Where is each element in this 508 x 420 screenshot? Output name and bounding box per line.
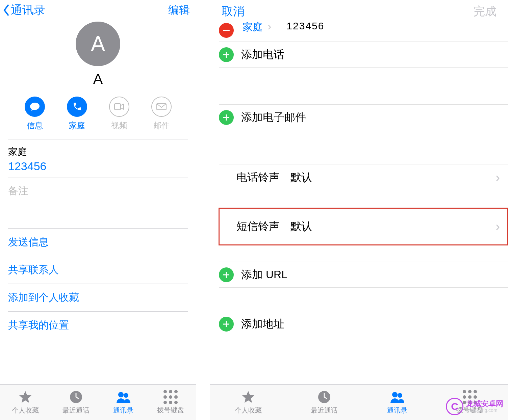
keypad-icon [163,390,178,404]
mail-label: 邮件 [153,120,170,131]
cancel-button[interactable]: 取消 [222,4,245,19]
texttone-key: 短信铃声 [236,219,290,234]
tab-favorites-label: 个人收藏 [235,406,262,415]
watermark-brand: 龙城安卓网 [466,400,503,408]
mail-action[interactable]: 邮件 [151,97,172,131]
svg-point-3 [118,392,124,397]
notes-placeholder[interactable]: 备注 [8,178,188,228]
message-icon [25,97,45,117]
clock-icon [317,390,332,404]
tab-recents-label: 最近通话 [311,406,338,415]
star-icon [18,390,33,404]
clock-icon [69,390,83,404]
share-contact-link[interactable]: 共享联系人 [8,256,188,284]
svg-point-6 [392,392,398,397]
left-navbar: 通讯录 编辑 [0,0,196,20]
call-action[interactable]: 家庭 [67,97,87,131]
call-label: 家庭 [69,120,85,131]
send-message-link[interactable]: 发送信息 [8,228,188,256]
add-favorite-link[interactable]: 添加到个人收藏 [8,284,188,311]
chevron-right-icon: › [496,219,500,234]
contact-edit-screen: 取消 完成 家庭 › 123456 添加电话 添加电子邮件 [210,0,508,420]
existing-phone-row[interactable]: 家庭 › 123456 [219,23,508,42]
add-url-row[interactable]: 添加 URL [219,262,508,288]
message-label: 信息 [27,120,43,131]
add-phone-label: 添加电话 [241,47,284,62]
tab-recents[interactable]: 最近通话 [62,390,90,415]
texttone-value: 默认 [290,219,312,234]
add-phone-row[interactable]: 添加电话 [219,42,508,68]
star-icon [241,390,256,404]
svg-point-4 [124,393,128,398]
tab-keypad-label: 拨号键盘 [157,405,184,415]
svg-point-7 [398,393,402,398]
plus-icon [219,110,234,125]
add-email-row[interactable]: 添加电子邮件 [219,105,508,130]
chevron-right-icon: › [496,170,500,185]
avatar: A [76,22,120,66]
tab-recents[interactable]: 最近通话 [311,390,338,415]
back-button[interactable]: 通讯录 [2,2,45,18]
ringtone-row[interactable]: 电话铃声 默认 › [219,164,508,191]
contact-detail-screen: 通讯录 编辑 A A 信息 家庭 [0,0,197,420]
tab-contacts[interactable]: 通讯录 [113,390,133,415]
watermark: C 龙城安卓网 www.lcjrlg.com [446,398,503,415]
tab-favorites-label: 个人收藏 [12,406,39,415]
video-label: 视频 [111,120,127,131]
phone-type-label: 家庭 [8,139,188,158]
quick-actions: 信息 家庭 视频 邮件 [0,87,196,139]
tab-recents-label: 最近通话 [62,406,90,415]
phone-section: 家庭 123456 备注 发送信息 共享联系人 添加到个人收藏 共享我的位置 [0,139,196,339]
message-action[interactable]: 信息 [25,97,45,131]
ringtone-value: 默认 [290,170,312,185]
chevron-left-icon [2,3,11,17]
plus-icon [219,317,234,332]
tab-keypad[interactable]: 拨号键盘 [157,390,184,415]
chevron-right-icon: › [268,20,271,33]
edit-button[interactable]: 编辑 [168,3,190,18]
edit-body: 家庭 › 123456 添加电话 添加电子邮件 电话铃声 默认 › [210,23,508,337]
watermark-logo-icon: C [446,398,463,415]
ringtone-key: 电话铃声 [236,170,290,185]
tab-contacts-label: 通讯录 [113,406,133,415]
tab-contacts-label: 通讯录 [387,406,407,415]
video-icon [109,97,129,117]
mail-icon [151,97,172,117]
add-address-row[interactable]: 添加地址 [219,311,508,337]
done-button[interactable]: 完成 [474,4,497,19]
tab-contacts[interactable]: 通讯录 [387,390,407,415]
plus-icon [219,267,234,282]
add-url-label: 添加 URL [241,267,287,282]
right-navbar: 取消 完成 [210,0,508,23]
contact-header: A A [0,20,196,87]
contacts-icon [116,390,131,404]
phone-number-field[interactable]: 123456 [286,20,324,32]
back-label: 通讯录 [11,2,45,18]
phone-number[interactable]: 123456 [8,160,188,178]
tab-favorites[interactable]: 个人收藏 [12,390,39,415]
video-action[interactable]: 视频 [109,97,129,131]
left-tabbar: 个人收藏 最近通话 通讯录 拨号键盘 [0,384,196,420]
contact-name: A [0,71,196,87]
svg-rect-0 [115,104,121,110]
plus-icon [219,47,234,62]
add-email-label: 添加电子邮件 [241,110,306,125]
tab-favorites[interactable]: 个人收藏 [235,390,262,415]
texttone-row[interactable]: 短信铃声 默认 › [219,208,508,245]
phone-type-selector[interactable]: 家庭 [243,20,263,34]
share-location-link[interactable]: 共享我的位置 [8,311,188,339]
contacts-icon [390,390,405,404]
add-address-label: 添加地址 [241,317,284,332]
phone-icon [67,97,87,117]
watermark-url: www.lcjrlg.com [466,408,503,413]
remove-icon[interactable] [219,23,234,38]
